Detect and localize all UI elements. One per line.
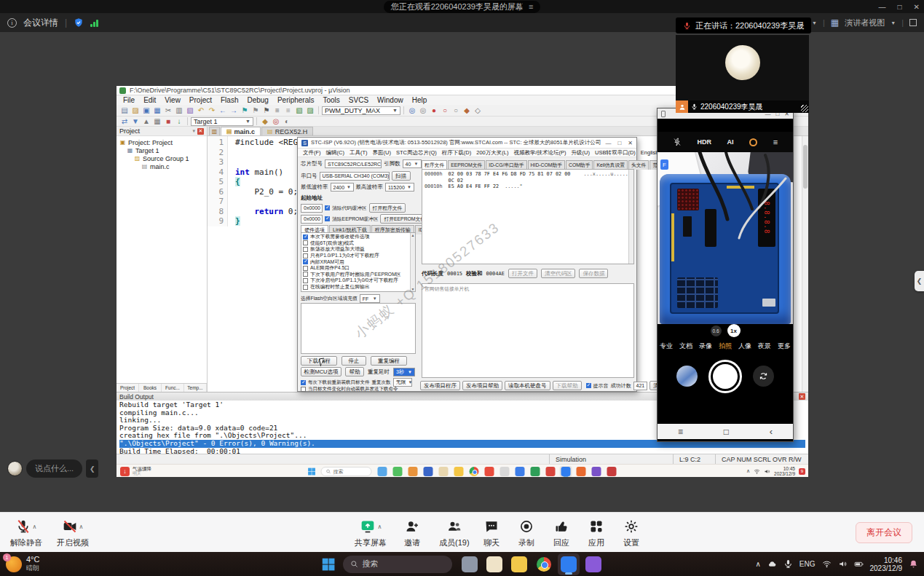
camera-mode-拍照[interactable]: 拍照 [719, 342, 732, 351]
speaker-icon[interactable] [764, 468, 770, 475]
resize-handle[interactable] [801, 105, 808, 112]
flash-off-icon[interactable] [673, 138, 682, 146]
settings-button[interactable]: 设置 [623, 518, 639, 548]
camera-mode-更多[interactable]: 更多 [778, 342, 791, 351]
minimize-icon[interactable]: — [605, 140, 611, 146]
cut-icon[interactable]: ✂ [163, 106, 173, 115]
stc-menu-item[interactable]: USB转双串口(D) [593, 149, 638, 157]
flip-camera-button[interactable] [753, 366, 774, 387]
close-icon[interactable]: ✕ [914, 3, 920, 11]
read-disk-button[interactable]: 读取本机硬盘号 [505, 381, 550, 390]
target-options-icon[interactable]: ◆ [260, 117, 270, 126]
start-icon[interactable] [307, 467, 317, 476]
react-button[interactable]: 回应 [553, 518, 569, 548]
keil-menu-window[interactable]: Window [374, 96, 407, 104]
baud-max-combo[interactable]: 115200▼ [385, 183, 414, 192]
option-checkbox[interactable] [303, 234, 308, 240]
keil-menu-flash[interactable]: Flash [217, 96, 242, 104]
recents-icon[interactable]: ≡ [678, 427, 683, 437]
camera-menu-icon[interactable]: ≡ [773, 138, 778, 146]
build-icon[interactable]: ▼ [130, 117, 141, 126]
fill-value-combo[interactable]: FF▼ [360, 294, 380, 303]
keil-menu-peripherals[interactable]: Peripherals [274, 96, 318, 104]
app-orange2[interactable] [575, 466, 588, 477]
run-to-line-icon[interactable]: ◆ [462, 106, 472, 115]
meeting-details-button[interactable]: 会议详情 [23, 17, 58, 29]
keil-menu-view[interactable]: View [161, 96, 184, 104]
breakpoint-disable-icon[interactable]: ○ [440, 106, 450, 115]
new-file-icon[interactable]: ▤ [119, 106, 130, 115]
chat-avatar[interactable] [7, 461, 23, 476]
option-checkbox[interactable] [303, 247, 308, 252]
close-icon[interactable]: ✕ [197, 128, 204, 135]
pin-count-combo[interactable]: 40▼ [403, 159, 422, 168]
uncomment-icon[interactable]: ▨ [305, 106, 315, 115]
navigate-forward-icon[interactable]: → [229, 106, 239, 115]
stc-titlebar[interactable]: S STC-ISP (V6.92O) (销售电话/技术电话: 0513-5501… [298, 138, 636, 149]
project-tab-func[interactable]: Func... [162, 384, 184, 392]
code-buffer[interactable]: 00000h02 00 03 78 7F E4 F6 D8 FD 75 81 0… [422, 169, 634, 264]
download-icon[interactable]: ↓ [174, 117, 184, 126]
publish-help-button[interactable]: 发布项目帮助 [462, 381, 502, 390]
bookmark-icon[interactable]: ⚑ [240, 106, 250, 115]
zoom-1x-button[interactable]: 1x [727, 324, 741, 337]
open-file-button[interactable]: 打开文件 [508, 269, 537, 278]
app-excel[interactable] [529, 466, 542, 477]
indent-icon[interactable]: ≡ [272, 106, 283, 115]
tray-chevron-icon[interactable]: ∧ [756, 560, 761, 568]
option-checkbox[interactable] [303, 266, 308, 271]
options-scrollbar[interactable]: ▲▼ [410, 233, 415, 291]
tree-item-project[interactable]: ▣ Project: Project [119, 138, 207, 146]
option-checkbox[interactable] [303, 285, 308, 290]
taskbar-files[interactable] [483, 553, 505, 575]
baud-min-combo[interactable]: 2400▼ [331, 183, 354, 192]
back-icon[interactable]: ‹ [770, 426, 773, 437]
breakpoint-icon[interactable]: ● [429, 106, 439, 115]
rebuild-icon[interactable]: ▲ [141, 117, 151, 126]
bell-icon[interactable] [909, 559, 918, 569]
project-tab-books[interactable]: Books [139, 384, 162, 392]
start-video-button[interactable]: ∧ 开启视频 [57, 518, 89, 548]
share-screen-button[interactable]: ∧ 共享屏幕 [355, 518, 387, 548]
camera-mode-文档[interactable]: 文档 [679, 342, 692, 351]
expression-combo[interactable]: PWM_DUTY_MAX▼ [322, 106, 400, 115]
camera-viewfinder[interactable]: F 8.8.8.8 [658, 152, 793, 324]
eeprom-address-field[interactable]: 0x0000 [301, 215, 323, 224]
clear-eeprom-checkbox[interactable] [325, 216, 330, 221]
download-help-button[interactable]: 下载帮助 [553, 381, 582, 390]
stc-menu-item[interactable]: 编辑(C) [324, 149, 347, 157]
apps-button[interactable]: 应用 [588, 518, 604, 548]
stc-menu-item[interactable]: 200万大奖(L) [474, 149, 510, 157]
option-checkbox[interactable] [303, 240, 308, 245]
configure-icon[interactable]: ◇ [473, 106, 483, 115]
app-word[interactable] [422, 466, 435, 477]
shared-search-input[interactable]: 搜索 [321, 467, 372, 476]
record-button[interactable]: 录制 [518, 518, 534, 548]
debug-session-icon[interactable]: ◎ [271, 117, 281, 126]
repeat-program-button[interactable]: 重复编程 [371, 356, 407, 366]
fullscreen-icon[interactable] [909, 19, 917, 26]
editor-tab-regx52h[interactable]: ▤REGX52.H [261, 127, 313, 135]
taskbar-this-pc[interactable] [459, 553, 481, 575]
maximize-icon[interactable]: □ [617, 140, 621, 146]
camera-mode-录像[interactable]: 录像 [699, 342, 712, 351]
taskbar-settings[interactable] [583, 553, 604, 575]
stc-menu-item[interactable]: 文件(F) [301, 149, 323, 157]
weather-widget[interactable]: 1 4°C 晴朗 [6, 555, 39, 573]
reload-checkbox[interactable] [301, 380, 306, 385]
stc-menu-item[interactable]: 界面(U) [371, 149, 393, 157]
save-all-icon[interactable]: ▦ [152, 106, 162, 115]
language-indicator[interactable]: ENG [799, 560, 816, 568]
tray-chevron-icon[interactable]: ∧ [746, 468, 750, 474]
chevron-up-icon[interactable]: ∧ [33, 524, 37, 530]
stc-menu-item[interactable]: 视频教学/技术论坛(P) [511, 149, 568, 157]
ai-button[interactable]: AI [727, 138, 734, 146]
beep-checkbox[interactable] [586, 383, 591, 388]
stc-menu-item[interactable]: STC周边芯片(Q) [394, 149, 439, 157]
chat-button[interactable]: 聊天 [483, 518, 499, 548]
chat-collapse-button[interactable]: ❮ [86, 459, 98, 478]
target-combo[interactable]: Target 1▼ [191, 117, 253, 126]
book-tab-icon[interactable]: ▥ [209, 127, 220, 135]
project-tab-project[interactable]: Project [117, 384, 139, 392]
comment-icon[interactable]: ▧ [294, 106, 304, 115]
